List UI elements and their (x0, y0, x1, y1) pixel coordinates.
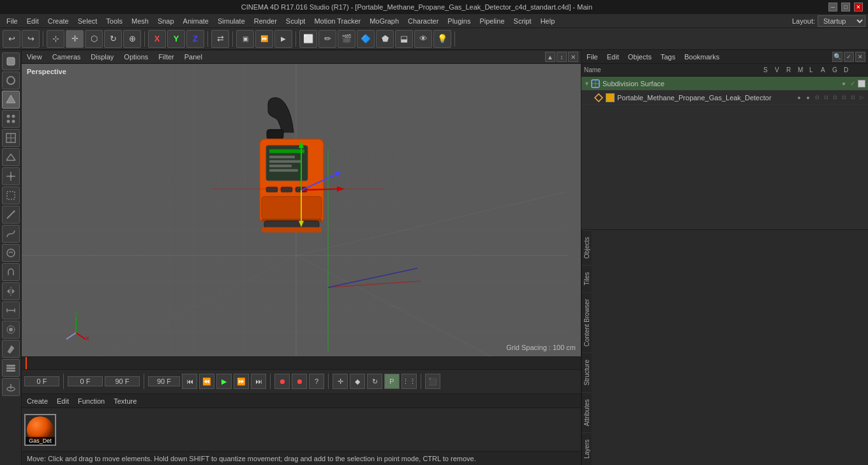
vtab-content-browser[interactable]: Content Browser (582, 292, 592, 353)
cube-button[interactable]: ⬜ (299, 30, 317, 48)
move-tool-button[interactable]: ⇄ (211, 30, 229, 48)
menu-select[interactable]: Select (74, 16, 101, 26)
layout-dropdown[interactable]: Startup Standard Animate (818, 15, 865, 27)
mat-menu-create[interactable]: Create (24, 397, 50, 406)
subdiv-vis[interactable]: ● (840, 80, 848, 87)
deformer-button[interactable]: 🔷 (357, 30, 375, 48)
menu-script[interactable]: Script (510, 16, 535, 26)
vtab-tiles[interactable]: Tiles (582, 265, 592, 292)
edge-mode-btn[interactable] (2, 72, 20, 89)
timeline-playhead[interactable] (26, 357, 27, 369)
vtab-structure[interactable]: Structure (582, 353, 592, 392)
record-btn[interactable]: ⏺ (274, 374, 290, 389)
subdiv-edit[interactable]: ✓ (849, 80, 857, 87)
layers-btn[interactable] (2, 359, 20, 377)
polygon-mode-btn[interactable] (2, 91, 20, 109)
scene-item-subdivision[interactable]: ▼ Subdivision Surface ● ✓ (581, 77, 868, 91)
material-button[interactable]: ⬟ (376, 30, 394, 48)
sculpt-btn[interactable] (2, 244, 20, 262)
workplane-btn[interactable] (2, 148, 20, 166)
vp-menu-filter[interactable]: Filter (156, 52, 176, 61)
menu-mograph[interactable]: MoGraph (366, 16, 403, 26)
play-btn[interactable]: ▶ (216, 374, 232, 389)
vtab-attributes[interactable]: Attributes (582, 392, 592, 432)
menu-animate[interactable]: Animate (179, 16, 213, 26)
gasdet-vis[interactable]: ● (795, 95, 803, 101)
light-button[interactable]: 💡 (433, 30, 451, 48)
vp-maximize-btn[interactable]: ▲ (545, 52, 555, 62)
object-mode-btn[interactable] (2, 52, 20, 70)
motion-rot-btn[interactable]: ↻ (367, 374, 382, 389)
soft-selection-btn[interactable] (2, 378, 20, 396)
measure-btn[interactable] (2, 301, 20, 319)
scene-item-gasdet[interactable]: Portable_Methane_Propane_Gas_Leak_Detect… (581, 91, 868, 105)
menu-create[interactable]: Create (44, 16, 73, 26)
goto-end-input[interactable] (148, 376, 180, 386)
floor-button[interactable]: ⬓ (395, 30, 413, 48)
current-frame-input[interactable] (24, 376, 59, 386)
axis-center-btn[interactable] (2, 167, 20, 185)
close-button[interactable]: ✕ (854, 3, 863, 11)
goto-end-btn[interactable]: ⏭ (251, 374, 266, 389)
start-frame-input[interactable] (68, 376, 103, 386)
obj-close-btn[interactable]: ✕ (855, 52, 865, 62)
next-frame-btn[interactable]: ⏩ (234, 374, 249, 389)
menu-character[interactable]: Character (404, 16, 442, 26)
vp-menu-options[interactable]: Options (121, 52, 151, 61)
vp-menu-display[interactable]: Display (88, 52, 116, 61)
vtab-objects[interactable]: Objects (582, 230, 592, 265)
menu-snap[interactable]: Snap (154, 16, 178, 26)
obj-search-btn[interactable]: 🔍 (832, 52, 842, 62)
paint-btn[interactable] (2, 340, 20, 358)
end-frame-input[interactable] (105, 376, 140, 386)
menu-pipeline[interactable]: Pipeline (475, 16, 508, 26)
obj-menu-bookmarks[interactable]: Bookmarks (682, 52, 722, 61)
motion-add-btn[interactable]: ✛ (333, 374, 348, 389)
selection-btn[interactable] (2, 187, 20, 204)
menu-help[interactable]: Help (537, 16, 559, 26)
vtab-layers[interactable]: Layers (582, 432, 592, 465)
record-all-btn[interactable]: ⏺ (292, 374, 307, 389)
motion-grid-btn[interactable]: ⋮⋮ (401, 374, 417, 389)
scale-mode-button[interactable]: ⬡ (85, 30, 103, 48)
knife-btn[interactable] (2, 206, 20, 224)
menu-file[interactable]: File (3, 16, 22, 26)
mirror-btn[interactable] (2, 282, 20, 300)
timeline-expand-btn[interactable]: ⬛ (425, 374, 440, 389)
vp-close-btn[interactable]: ✕ (568, 52, 578, 62)
vp-menu-view[interactable]: View (24, 52, 45, 61)
point-mode-btn[interactable] (2, 110, 20, 128)
menu-sculpt[interactable]: Sculpt (282, 16, 310, 26)
universal-mode-button[interactable]: ⊕ (123, 30, 141, 48)
menu-tools[interactable]: Tools (102, 16, 126, 26)
material-swatch-gasdet[interactable]: Gas_Det (24, 414, 56, 446)
viewport-3-button[interactable]: ▶ (274, 30, 292, 48)
obj-menu-file[interactable]: File (584, 52, 601, 61)
minimize-button[interactable]: ─ (828, 3, 837, 11)
key-info-btn[interactable]: ? (309, 374, 324, 389)
gasdet-edit[interactable]: ● (804, 95, 812, 101)
motion-key-btn[interactable]: ◆ (350, 374, 365, 389)
rotate-mode-button[interactable]: ↻ (104, 30, 122, 48)
goto-start-btn[interactable]: ⏮ (182, 374, 197, 389)
mat-menu-texture[interactable]: Texture (111, 397, 139, 406)
obj-menu-objects[interactable]: Objects (625, 52, 654, 61)
spline-btn[interactable] (2, 225, 20, 243)
snap-btn[interactable] (2, 321, 20, 339)
select-mode-button[interactable]: ⊹ (47, 30, 64, 48)
menu-mesh[interactable]: Mesh (128, 16, 153, 26)
magnet-btn[interactable] (2, 263, 20, 281)
menu-edit[interactable]: Edit (23, 16, 43, 26)
menu-render[interactable]: Render (250, 16, 281, 26)
vp-move-btn[interactable]: ↕ (557, 52, 567, 62)
mat-menu-function[interactable]: Function (75, 397, 107, 406)
restore-button[interactable]: □ (841, 3, 850, 11)
menu-motion-tracker[interactable]: Motion Tracker (310, 16, 364, 26)
menu-simulate[interactable]: Simulate (214, 16, 249, 26)
menu-plugins[interactable]: Plugins (444, 16, 474, 26)
z-axis-button[interactable]: Z (186, 30, 204, 48)
mat-menu-edit[interactable]: Edit (54, 397, 71, 406)
viewport[interactable]: Perspective Grid Spacing : 100 cm Y X (22, 64, 581, 356)
undo-button[interactable]: ↩ (3, 30, 20, 48)
pen-button[interactable]: ✏ (318, 30, 336, 48)
